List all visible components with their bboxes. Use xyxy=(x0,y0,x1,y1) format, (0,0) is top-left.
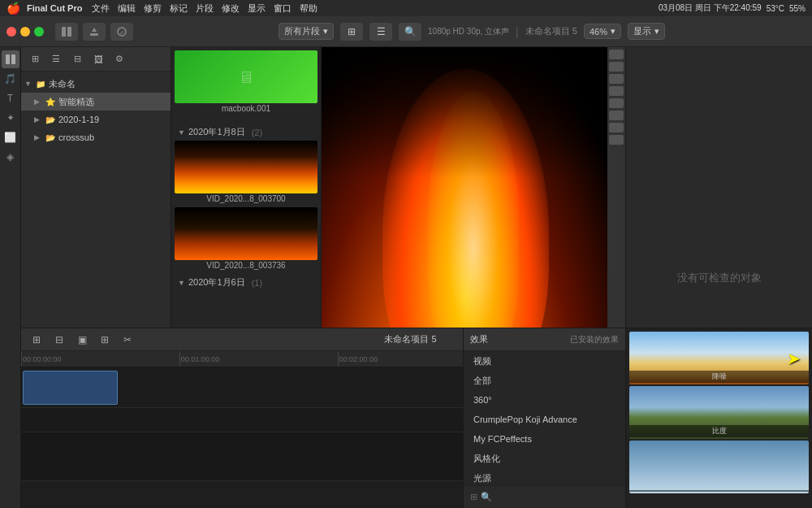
timeline-clip-1[interactable] xyxy=(23,371,118,405)
menu-mark[interactable]: 标记 xyxy=(170,2,188,15)
all-clips-dropdown[interactable]: 所有片段 ▾ xyxy=(279,23,334,40)
lib-tool-3[interactable]: ⊟ xyxy=(68,52,86,67)
effects-thumb-contrast[interactable]: 比度 xyxy=(629,386,809,439)
project-name: 未命名项目 5 xyxy=(525,25,577,37)
effects-item-myfcp[interactable]: My FCPeffects xyxy=(464,429,625,449)
sidebar-photos-btn[interactable]: 🎵 xyxy=(2,70,19,88)
lib-tool-2[interactable]: ☰ xyxy=(47,52,65,67)
film-hole-5 xyxy=(609,98,624,108)
toolbar-center: 所有片段 ▾ ⊞ ☰ 🔍 1080p HD 30p, 立体声 | 未命名项目 5… xyxy=(279,23,665,41)
library-icon: 📁 xyxy=(35,78,46,89)
zoom-dropdown[interactable]: 46% ▾ xyxy=(584,24,621,39)
menu-file[interactable]: 文件 xyxy=(92,2,110,15)
effects-thumb-contrast-label: 比度 xyxy=(629,425,809,437)
menu-trim[interactable]: 修剪 xyxy=(144,2,162,15)
menu-edit[interactable]: 编辑 xyxy=(118,2,136,15)
effects-thumb-clouds-label xyxy=(629,490,809,492)
menubar-date: 03月08日 周日 下午22:40:59 xyxy=(659,2,762,14)
sidebar-library-btn[interactable] xyxy=(2,50,19,68)
vid-003736-img xyxy=(175,207,317,260)
effects-search-icon[interactable]: 🔍 xyxy=(481,492,492,502)
effects-item-crumplepop[interactable]: CrumplePop Koji Advance xyxy=(464,410,625,429)
vid-003700-thumbnail[interactable]: VID_2020...8_003700 xyxy=(175,141,317,204)
svg-rect-0 xyxy=(62,27,66,37)
effects-item-video[interactable]: 视频 xyxy=(464,351,625,371)
ruler-mark-1: 00:01:00:00 xyxy=(179,351,220,367)
effects-thumb-clouds[interactable] xyxy=(629,441,809,493)
library-icon-btn[interactable] xyxy=(55,23,78,41)
effects-item-all[interactable]: 全部 xyxy=(464,371,625,390)
timeline-clip-tool[interactable]: ✂ xyxy=(119,332,136,348)
menu-help[interactable]: 帮助 xyxy=(300,2,317,15)
search-btn[interactable]: 🔍 xyxy=(399,23,421,41)
svg-marker-3 xyxy=(92,28,97,32)
timeline-tool-1[interactable]: ⊞ xyxy=(28,332,45,348)
tree-label-library: 未命名 xyxy=(49,78,167,90)
effects-thumb-denoise-label: 降噪 xyxy=(629,371,809,383)
menu-view[interactable]: 显示 xyxy=(248,2,266,15)
macbook-thumb-img: 🖥 xyxy=(175,50,317,103)
svg-text:✓: ✓ xyxy=(119,29,125,37)
share-btn[interactable]: ✓ xyxy=(110,23,133,41)
sidebar-fx-btn[interactable]: ✦ xyxy=(2,109,19,127)
effects-item-360[interactable]: 360° xyxy=(464,390,625,410)
svg-rect-2 xyxy=(90,33,98,36)
vid-003736-thumbnail[interactable]: VID_2020...8_003736 xyxy=(175,207,317,271)
tree-item-library[interactable]: ▼ 📁 未命名 xyxy=(21,75,171,93)
menu-clip[interactable]: 片段 xyxy=(196,2,214,15)
apple-menu[interactable]: 🍎 xyxy=(6,2,20,15)
macbook-thumbnail[interactable]: 🖥 macbook.001 xyxy=(175,50,317,114)
effects-installed-label: 已安装的效果 xyxy=(570,334,619,345)
effects-search-bar: ⊞ 🔍 xyxy=(464,485,625,508)
tree-arrow-library: ▼ xyxy=(24,80,32,88)
tree-item-crosssub[interactable]: ▶ 📂 crosssub xyxy=(21,128,171,146)
ruler-mark-0: 00:00:00:00 xyxy=(21,351,62,367)
effects-title: 效果 xyxy=(470,333,488,345)
folder-icon-crosssub: 📂 xyxy=(45,132,56,143)
sidebar-transitions-btn[interactable]: ⬜ xyxy=(2,128,19,146)
close-button[interactable] xyxy=(6,27,16,37)
section-header-jan8: ▼ 2020年1月8日 (2) xyxy=(175,124,317,141)
toolbar: ✓ 所有片段 ▾ ⊞ ☰ 🔍 1080p HD 30p, 立体声 | 未命名项目… xyxy=(0,16,812,47)
maximize-button[interactable] xyxy=(34,27,44,37)
lib-tool-5[interactable]: ⚙ xyxy=(110,52,128,67)
timeline-tool-4[interactable]: ⊞ xyxy=(96,332,114,348)
timeline-tool-2[interactable]: ⊟ xyxy=(50,332,68,348)
effects-thumb-denoise[interactable]: ➤ 降噪 xyxy=(629,332,809,384)
app-name[interactable]: Final Cut Pro xyxy=(27,3,82,13)
svg-rect-6 xyxy=(6,54,10,64)
effects-filter-icon: ⊞ xyxy=(470,492,477,502)
effects-item-light[interactable]: 光源 xyxy=(464,468,625,485)
timeline-title: 未命名项目 5 xyxy=(384,333,436,345)
inspector-empty-label: 没有可检查的对象 xyxy=(677,271,762,285)
list-view-btn[interactable]: ☰ xyxy=(369,23,392,41)
folder-icon-2020-1-19: 📂 xyxy=(45,114,56,125)
grid-view-btn[interactable]: ⊞ xyxy=(340,23,363,41)
timeline-tool-3[interactable]: ▣ xyxy=(73,332,91,348)
film-hole-6 xyxy=(609,111,624,120)
library-toolbar: ⊞ ☰ ⊟ 🖼 ⚙ xyxy=(21,47,171,72)
display-dropdown[interactable]: 显示 ▾ xyxy=(628,23,665,40)
tree-item-smart[interactable]: ▶ ⭐ 智能精选 xyxy=(21,93,171,111)
lib-tool-1[interactable]: ⊞ xyxy=(26,52,44,67)
minimize-button[interactable] xyxy=(20,27,30,37)
effects-thumb-row-3 xyxy=(629,441,809,493)
menu-modify[interactable]: 修改 xyxy=(222,2,240,15)
lib-tool-4[interactable]: 🖼 xyxy=(89,52,107,67)
effects-panel: 效果 已安装的效果 视频 全部 360° CrumplePop Koji Adv… xyxy=(463,328,812,508)
film-hole-4 xyxy=(609,86,624,96)
vid-003736-label: VID_2020...8_003736 xyxy=(175,260,317,271)
sidebar-titles-btn[interactable]: T xyxy=(2,89,19,107)
tree-arrow-crosssub: ▶ xyxy=(34,133,42,141)
separator: | xyxy=(516,25,519,38)
menu-window[interactable]: 窗口 xyxy=(274,2,292,15)
film-hole-7 xyxy=(609,123,624,132)
import-btn[interactable] xyxy=(83,23,106,41)
tree-label-smart: 智能精选 xyxy=(58,96,167,108)
effects-item-stylize[interactable]: 风格化 xyxy=(464,449,625,468)
menubar-battery: 55% xyxy=(789,4,806,13)
sidebar-gen-btn[interactable]: ◈ xyxy=(2,148,19,166)
film-hole-3 xyxy=(609,74,624,84)
sidebar-icons: 🎵 T ✦ ⬜ ◈ xyxy=(0,47,21,508)
tree-item-2020-1-19[interactable]: ▶ 📂 2020-1-19 xyxy=(21,111,171,128)
